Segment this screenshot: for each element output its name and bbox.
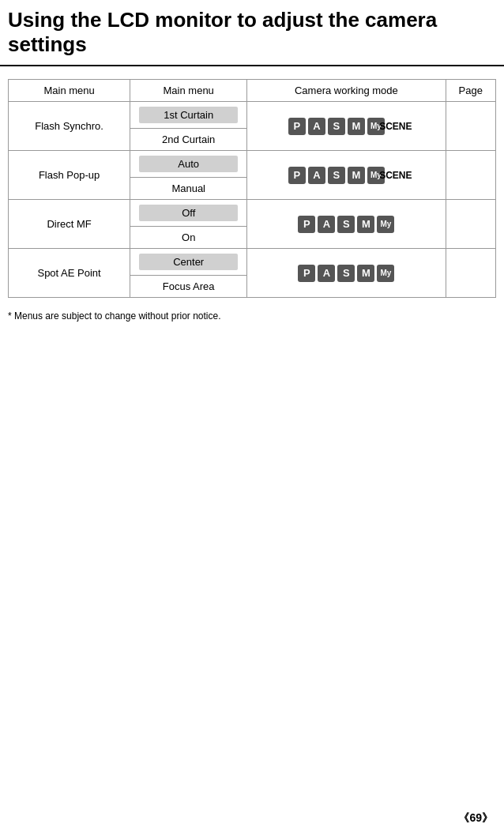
mode-cell-1: PASMMySCENE	[247, 151, 446, 200]
header-main-menu-1: Main menu	[9, 80, 130, 102]
sub-option-0-0: 1st Curtain	[130, 102, 247, 129]
sub-option-2-0: Off	[130, 200, 247, 227]
sub-option-0-1: 2nd Curtain	[130, 129, 247, 151]
badge-p-0: P	[288, 118, 306, 135]
header-page: Page	[446, 80, 495, 102]
badge-s-3: S	[337, 265, 355, 282]
badge-my-3: My	[377, 265, 394, 282]
badge-a-3: A	[318, 265, 335, 282]
page-title: Using the LCD monitor to adjust the came…	[0, 0, 504, 66]
badge-p-1: P	[288, 167, 306, 184]
badge-a-0: A	[308, 118, 325, 135]
badge-a-2: A	[318, 216, 335, 233]
badge-s-2: S	[337, 216, 355, 233]
sub-option-3-0: Center	[130, 249, 247, 276]
settings-table: Main menu Main menu Camera working mode …	[8, 79, 496, 298]
badge-a-1: A	[308, 167, 325, 184]
header-main-menu-2: Main menu	[130, 80, 247, 102]
page-cell-2	[446, 200, 495, 249]
sub-option-3-1: Focus Area	[130, 276, 247, 298]
menu-name-2: Direct MF	[9, 200, 130, 249]
sub-option-1-0: Auto	[130, 151, 247, 178]
badge-m-1: M	[348, 167, 365, 184]
mode-cell-0: PASMMySCENE	[247, 102, 446, 151]
header-camera-mode: Camera working mode	[247, 80, 446, 102]
page-number: 《69》	[458, 811, 493, 826]
page-cell-0	[446, 102, 495, 151]
footnote: * Menus are subject to change without pr…	[8, 310, 496, 322]
badge-m-2: M	[357, 216, 374, 233]
badge-s-0: S	[328, 118, 345, 135]
sub-option-2-1: On	[130, 227, 247, 249]
mode-cell-3: PASMMy	[247, 249, 446, 298]
badge-my-2: My	[377, 216, 394, 233]
badge-scene-1: SCENE	[387, 167, 404, 184]
badge-p-3: P	[298, 265, 315, 282]
page-cell-1	[446, 151, 495, 200]
menu-name-1: Flash Pop-up	[9, 151, 130, 200]
page-cell-3	[446, 249, 495, 298]
badge-scene-0: SCENE	[387, 118, 404, 135]
sub-option-1-1: Manual	[130, 178, 247, 200]
mode-cell-2: PASMMy	[247, 200, 446, 249]
badge-m-0: M	[348, 118, 365, 135]
badge-p-2: P	[298, 216, 315, 233]
badge-m-3: M	[357, 265, 374, 282]
menu-name-3: Spot AE Point	[9, 249, 130, 298]
menu-name-0: Flash Synchro.	[9, 102, 130, 151]
badge-s-1: S	[328, 167, 345, 184]
